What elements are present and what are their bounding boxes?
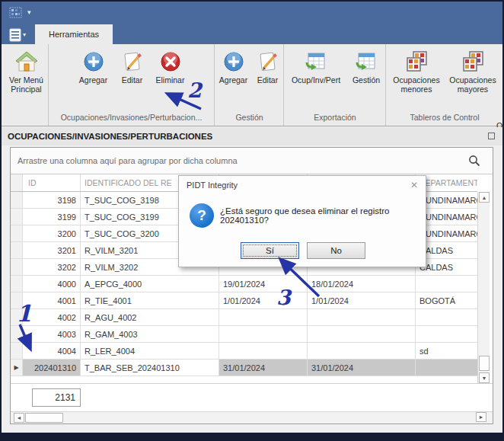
ocupaciones-mayores-button[interactable]: Ocupaciones mayores — [445, 50, 500, 94]
horizontal-scroll-thumb[interactable] — [25, 413, 63, 423]
header-id[interactable]: ID — [23, 174, 81, 191]
cell-identificado[interactable]: R_AGU_4002 — [81, 309, 219, 325]
table-row[interactable]: 4000 A_EPCG_4000 19/01/2024 18/01/2024 — [11, 276, 477, 292]
titlebar-dropdown-icon[interactable]: ▾ — [27, 8, 31, 16]
agregar-ocupaciones-button[interactable]: Agregar — [73, 50, 114, 85]
row-indicator — [11, 326, 23, 342]
ribbon: Ver Menú Principal Agregar — [2, 44, 502, 126]
table-row[interactable]: 4002 R_AGU_4002 — [11, 309, 477, 326]
cell-fecha-2[interactable] — [308, 309, 416, 325]
group-by-panel[interactable]: Arrastre una columna aquí para agrupar p… — [11, 148, 493, 174]
close-icon[interactable]: ✕ — [410, 180, 418, 190]
cell-fecha-1[interactable] — [219, 326, 308, 342]
cell-departamento[interactable] — [416, 276, 477, 292]
cell-departamento[interactable]: BOGOTÁ — [416, 292, 477, 308]
row-indicator — [11, 276, 23, 292]
agregar-gestion-button[interactable]: Agregar — [216, 50, 251, 85]
table-row[interactable]: 4004 R_LER_4004 sd — [11, 343, 477, 360]
search-icon[interactable] — [468, 155, 480, 168]
cell-fecha-1[interactable]: 19/01/2024 — [219, 276, 308, 292]
export-ocup-inv-pert-button[interactable]: Ocup/Inv/Pert — [285, 50, 346, 85]
cell-fecha-2[interactable] — [308, 326, 416, 342]
ribbon-group-gestion: Agregar Editar Gestión — [215, 44, 284, 126]
menu-caret-icon: ▾ — [23, 31, 26, 38]
ocupaciones-menores-button[interactable]: Ocupaciones menores — [389, 50, 444, 94]
editar-ocupaciones-button[interactable]: Editar — [116, 50, 149, 85]
cell-id[interactable]: 4000 — [23, 276, 81, 292]
cell-departamento[interactable]: sd — [416, 343, 477, 359]
cell-id[interactable]: 3201 — [23, 242, 81, 258]
table-row[interactable]: 4001 R_TIE_4001 1/01/2024 1/01/2024 BOGO… — [11, 292, 477, 309]
table-row[interactable]: 4003 R_GAM_4003 — [11, 326, 477, 343]
row-indicator — [11, 343, 23, 359]
table-row[interactable]: ▶ 202401310 T_BAR_SEB_202401310 31/01/20… — [11, 360, 477, 376]
cell-identificado[interactable]: R_GAM_4003 — [81, 326, 219, 342]
no-button[interactable]: No — [307, 242, 365, 259]
scroll-right-icon[interactable]: ► — [476, 412, 486, 422]
group-label-ocupaciones: Ocupaciones/Invasiones/Perturbacion... — [49, 113, 214, 122]
row-indicator: ▶ — [11, 360, 23, 375]
header-indicator — [11, 174, 23, 191]
cell-id[interactable]: 3198 — [23, 192, 81, 208]
app-grid-icon[interactable] — [9, 7, 23, 19]
cell-fecha-2[interactable]: 1/01/2024 — [308, 292, 416, 308]
eliminar-button[interactable]: Eliminar — [151, 50, 190, 85]
ver-menu-principal-button[interactable]: Ver Menú Principal — [5, 50, 48, 94]
yes-button[interactable]: Sí — [241, 242, 299, 259]
main-menu-button[interactable]: ▾ — [9, 27, 30, 43]
cell-id[interactable]: 3202 — [23, 259, 81, 275]
tab-herramientas[interactable]: Herramientas — [35, 24, 113, 44]
add-icon — [222, 50, 246, 74]
cell-id[interactable]: 3200 — [23, 225, 81, 241]
cell-fecha-1[interactable] — [219, 309, 308, 325]
dialog-message: ¿Está seguro que desea eliminar el regis… — [220, 203, 419, 228]
window-content: ▾ ▾ Herramientas — [2, 2, 502, 433]
row-indicator — [11, 292, 23, 308]
app-grid-icon-svg — [9, 7, 23, 19]
focus-ring — [243, 244, 297, 257]
tab-bar: ▾ Herramientas — [2, 24, 502, 44]
dashboard-tiles-icon — [404, 50, 429, 74]
row-indicator — [11, 309, 23, 325]
cell-fecha-1[interactable] — [219, 343, 308, 359]
cell-id[interactable]: 4002 — [23, 309, 81, 325]
panel-restore-icon[interactable] — [488, 133, 495, 139]
edit-icon — [120, 50, 145, 74]
scroll-up-icon[interactable]: ▲ — [479, 192, 490, 203]
export-gestion-button[interactable]: Gestión — [348, 50, 384, 85]
vertical-scroll-thumb[interactable] — [479, 356, 490, 371]
cell-departamento[interactable] — [416, 309, 477, 325]
cell-fecha-2[interactable]: 31/01/2024 — [308, 360, 416, 375]
cell-identificado[interactable]: T_BAR_SEB_202401310 — [81, 360, 219, 375]
ribbon-group-home: Ver Menú Principal — [5, 44, 49, 126]
titlebar[interactable]: ▾ — [2, 2, 502, 24]
cell-fecha-2[interactable] — [308, 343, 416, 359]
row-indicator — [11, 242, 23, 258]
footer-divider — [11, 383, 493, 384]
row-indicator — [11, 259, 23, 275]
cell-fecha-1[interactable]: 1/01/2024 — [219, 292, 308, 308]
cell-fecha-2[interactable]: 18/01/2024 — [308, 276, 416, 292]
editar-gestion-button[interactable]: Editar — [253, 50, 283, 85]
cell-id[interactable]: 4003 — [23, 326, 81, 342]
cell-fecha-1[interactable]: 31/01/2024 — [219, 360, 308, 375]
cell-departamento[interactable] — [416, 326, 477, 342]
record-count: 2131 — [32, 388, 81, 407]
cell-id[interactable]: 4001 — [23, 292, 81, 308]
cell-identificado[interactable]: A_EPCG_4000 — [81, 276, 219, 292]
cell-id[interactable]: 202401310 — [23, 360, 81, 375]
list-icon — [9, 28, 21, 42]
horizontal-scrollbar[interactable]: ◄ ► — [11, 411, 493, 423]
group-label-exportacion: Exportación — [285, 113, 385, 122]
ribbon-group-ocupaciones: Agregar Editar Eliminar — [49, 44, 215, 126]
cell-identificado[interactable]: R_TIE_4001 — [81, 292, 219, 308]
ribbon-group-tableros: Ocupaciones menores Ocupaciones mayores … — [387, 44, 502, 126]
scroll-down-icon[interactable]: ▼ — [479, 372, 490, 383]
cell-identificado[interactable]: R_LER_4004 — [81, 343, 219, 359]
vertical-scrollbar[interactable]: ▲ ▼ — [477, 192, 490, 383]
cell-departamento[interactable] — [416, 360, 477, 375]
row-indicator — [11, 225, 23, 241]
scroll-left-icon[interactable]: ◄ — [14, 413, 24, 423]
cell-id[interactable]: 3199 — [23, 209, 81, 225]
cell-id[interactable]: 4004 — [23, 343, 81, 359]
